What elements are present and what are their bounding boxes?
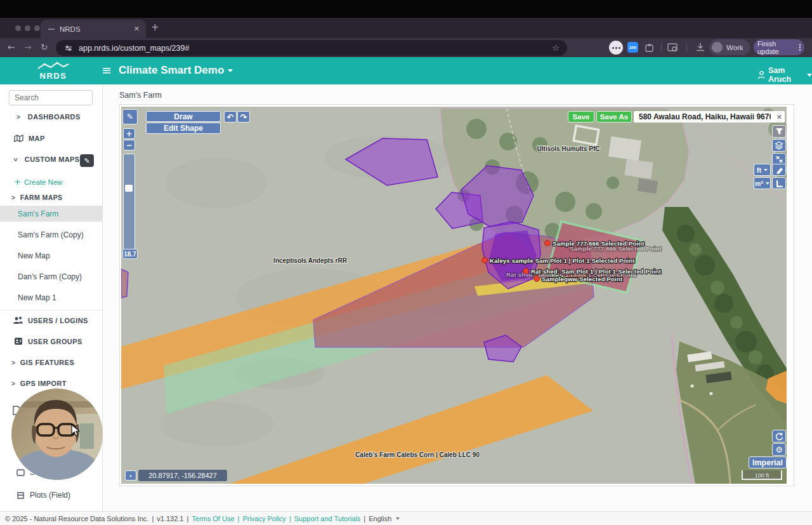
sample-marker[interactable]	[534, 276, 540, 282]
chevron-right-icon: >	[11, 359, 15, 366]
zoom-slider[interactable]	[123, 154, 135, 252]
finish-update-button[interactable]: Finish update	[754, 39, 804, 55]
satellite-map[interactable]: Ultisols Humults PfC Inceptisols Andepts…	[121, 107, 787, 484]
browser-menu-icon[interactable]	[799, 43, 801, 52]
edit-maps-button[interactable]: ✎	[80, 154, 94, 167]
draw-button[interactable]: Draw	[146, 111, 221, 122]
new-tab-button[interactable]: +	[151, 23, 159, 32]
back-icon[interactable]: ←	[8, 43, 15, 51]
sidebar-item-gis-features[interactable]: > GIS FEATURES	[11, 359, 74, 366]
redo-button[interactable]: ↷	[237, 111, 250, 123]
farm-map-item[interactable]: Sam's Farm (Copy)	[18, 227, 84, 243]
extension-icon[interactable]	[609, 41, 623, 55]
tab-close-icon[interactable]: ✕	[134, 25, 140, 32]
search-input[interactable]	[9, 90, 93, 105]
farm-map-item[interactable]: Dan's Farm (Copy)	[18, 269, 82, 284]
undo-button[interactable]: ↶	[224, 111, 237, 123]
expand-coordinates-button[interactable]: ›	[125, 470, 136, 481]
plus-icon: +	[14, 178, 21, 186]
settings-button[interactable]: ⚙	[772, 443, 786, 456]
sample-marker[interactable]	[482, 258, 488, 263]
chevron-down-icon: >	[12, 157, 19, 161]
save-button[interactable]: Save	[568, 111, 594, 123]
farm-map-item[interactable]: New Map	[18, 248, 50, 263]
caret-down-icon	[766, 182, 769, 185]
org-selector[interactable]: Climate Smart Demo	[119, 64, 233, 77]
sidebar-item-plots-field[interactable]: Plots (Field)	[16, 491, 70, 500]
length-unit-dropdown[interactable]: ft	[754, 164, 771, 176]
screen-letterbox	[0, 0, 812, 18]
sidebar-item-map[interactable]: MAP	[14, 135, 45, 142]
zoom-slider-thumb[interactable]	[125, 185, 133, 192]
map-address-bar[interactable]: ✕	[634, 111, 785, 123]
forward-icon[interactable]: →	[24, 43, 32, 51]
measure-area-button[interactable]	[772, 177, 786, 189]
nrds-logo[interactable]: NRDS	[36, 61, 71, 81]
user-menu[interactable]: Sam Aruch	[757, 66, 812, 84]
farm-map-item[interactable]: New Map 1	[18, 289, 56, 305]
puzzle-extension-icon[interactable]	[644, 42, 655, 53]
filter-button[interactable]	[772, 125, 786, 138]
sidebar-item-custom-maps[interactable]: > CUSTOM MAPS	[14, 156, 80, 163]
map-address-input[interactable]	[638, 112, 772, 122]
browser-tab[interactable]: NRDS ✕	[41, 20, 146, 38]
area-ruler-icon	[775, 180, 783, 187]
zoom-in-button[interactable]: +	[123, 128, 135, 139]
edit-shape-button[interactable]: Edit Shape	[146, 123, 221, 134]
chevron-right-icon: >	[11, 194, 15, 201]
mauve-sliver[interactable]	[121, 269, 128, 298]
footer-separator: |	[152, 515, 154, 522]
caret-down-icon	[807, 74, 812, 77]
unit-system-button[interactable]: Imperial	[749, 456, 787, 469]
create-new-button[interactable]: + Create New	[14, 178, 63, 186]
toolbar-divider	[661, 43, 662, 52]
download-icon[interactable]	[695, 43, 705, 53]
ruler-icon	[775, 166, 783, 174]
footer-separator: |	[238, 515, 240, 522]
footer-separator: |	[363, 515, 365, 522]
caret-down-icon	[396, 517, 400, 520]
measure-length-button[interactable]	[772, 164, 786, 176]
zoom-extension-icon[interactable]: zm	[627, 42, 638, 53]
address-bar[interactable]: ☆	[56, 40, 567, 56]
map-viewport[interactable]: Ultisols Humults PfC Inceptisols Andepts…	[121, 107, 787, 484]
sidebar-item-dashboards[interactable]: > DASHBOARDS	[16, 113, 81, 121]
support-link[interactable]: Support and Tutorials	[294, 515, 361, 522]
area-unit-dropdown[interactable]: m²	[754, 177, 771, 189]
farm-label: Caleb's Farm Calebs Corn | Caleb LLC 90	[355, 451, 480, 458]
screenshot-icon[interactable]	[667, 43, 680, 53]
draw-tool-button[interactable]: ✎	[122, 109, 138, 124]
caret-down-icon	[764, 169, 768, 171]
marker-label: Sampleqww Selected Point	[542, 276, 623, 282]
sidebar-item-users-logins[interactable]: USERS / LOGINS	[13, 316, 88, 324]
version-text: v1.132.1	[157, 515, 183, 522]
refresh-button[interactable]	[772, 430, 786, 442]
layers-icon	[775, 141, 783, 150]
sidebar-item-gps-import[interactable]: > GPS IMPORT	[11, 380, 67, 387]
save-as-button[interactable]: Save As	[596, 111, 632, 123]
list-icon	[16, 469, 25, 477]
url-input[interactable]	[77, 43, 511, 53]
zoom-out-button[interactable]: −	[123, 140, 135, 150]
footer-separator: |	[289, 515, 291, 522]
users-icon	[13, 316, 23, 324]
sample-marker[interactable]	[545, 241, 551, 246]
finish-update-label: Finish update	[757, 40, 796, 55]
language-selector[interactable]: English	[369, 515, 391, 522]
marker-label: Kaleys sample Sam Plot 1 | Plot 1 Select…	[490, 257, 635, 264]
address-close-icon[interactable]: ✕	[776, 114, 782, 121]
sidebar-item-farm-maps[interactable]: > FARM MAPS	[11, 194, 62, 201]
reload-icon[interactable]: ↻	[41, 43, 48, 51]
farm-map-item[interactable]: Sam's Farm	[0, 206, 102, 222]
sample-marker[interactable]	[523, 269, 529, 274]
hamburger-icon[interactable]: ≡	[102, 64, 112, 76]
sidebar-item-user-groups[interactable]: USER GROUPS	[14, 337, 82, 345]
footer-separator: |	[187, 515, 188, 522]
layers-button[interactable]	[772, 139, 786, 152]
terms-link[interactable]: Terms Of Use	[192, 515, 234, 522]
browser-profile-button[interactable]: Work	[709, 39, 750, 55]
site-info-icon[interactable]	[65, 44, 72, 52]
privacy-link[interactable]: Privacy Policy	[242, 515, 285, 522]
bookmark-star-icon[interactable]: ☆	[552, 44, 560, 52]
chevron-right-icon: >	[11, 380, 15, 387]
